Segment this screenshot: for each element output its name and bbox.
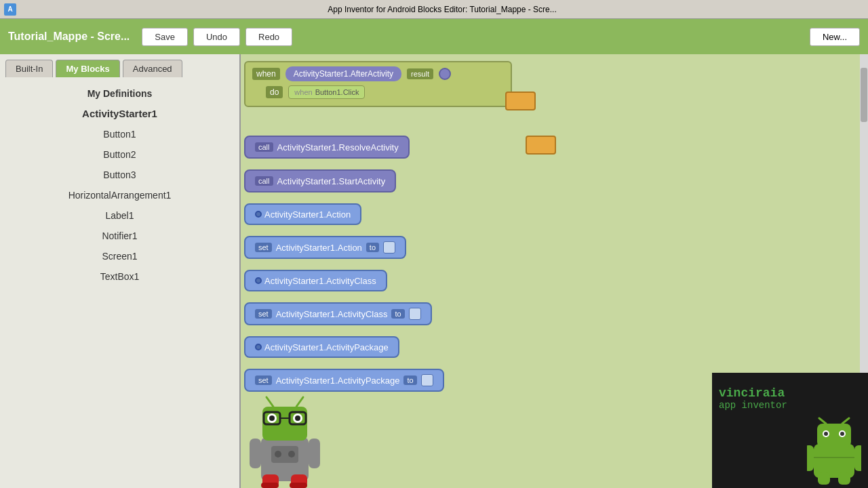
set-label-1: set	[255, 243, 272, 252]
do-label: do	[266, 86, 283, 98]
svg-rect-24	[250, 439, 261, 468]
get-activitypackage-name: ActivityStarter1.ActivityPackage	[264, 342, 389, 352]
get-activityclass-block[interactable]: ActivityStarter1.ActivityClass	[244, 270, 387, 291]
scrollbar-thumb[interactable]	[861, 68, 867, 122]
set-activityclass-name: ActivityStarter1.ActivityClass	[276, 309, 388, 319]
sidebar-item-label1[interactable]: Label1	[0, 205, 239, 226]
sidebar-item-textbox1[interactable]: TextBox1	[0, 266, 239, 287]
set-activitypackage-name: ActivityStarter1.ActivityPackage	[276, 375, 400, 386]
svg-rect-9	[854, 445, 861, 471]
logo-line1: vinciraia	[719, 386, 787, 400]
call-label-2: call	[255, 176, 273, 186]
logo-line2: app inventor	[719, 400, 787, 411]
svg-point-5	[840, 432, 844, 436]
to-label-2: to	[391, 309, 404, 319]
main-layout: Built-In My Blocks Advanced My Definitio…	[0, 54, 868, 488]
svg-point-31	[275, 451, 281, 458]
mini-button1-block: when Button1.Click	[288, 85, 365, 99]
sidebar-item-horizontalarrangement1[interactable]: HorizontalArrangement1	[0, 185, 239, 205]
sidebar-content: My Definitions ActivityStarter1 Button1 …	[0, 77, 239, 291]
save-button[interactable]: Save	[142, 28, 188, 46]
undo-button[interactable]: Undo	[193, 28, 240, 46]
call-resolve-block[interactable]: call ActivityStarter1.ResolveActivity	[244, 136, 410, 159]
sidebar-item-button2[interactable]: Button2	[0, 144, 239, 165]
svg-point-21	[295, 415, 300, 421]
orange-block-2	[526, 136, 556, 155]
svg-line-23	[296, 397, 303, 407]
when-after-block[interactable]: when ActivityStarter1.AfterActivity resu…	[244, 61, 512, 107]
sidebar-item-notifier1[interactable]: Notifier1	[0, 226, 239, 246]
robot-mascot	[241, 386, 329, 488]
sidebar-item-button1[interactable]: Button1	[0, 124, 239, 144]
svg-rect-25	[309, 439, 320, 468]
get-activityclass-name: ActivityStarter1.ActivityClass	[264, 276, 376, 286]
svg-rect-28	[261, 483, 279, 488]
tab-builtin[interactable]: Built-In	[5, 60, 53, 77]
to-label-3: to	[403, 375, 416, 385]
app-title: Tutorial_Mappe - Scre...	[8, 30, 130, 43]
svg-line-6	[819, 418, 826, 424]
svg-point-4	[824, 432, 828, 436]
tabs-container: Built-In My Blocks Advanced	[0, 54, 239, 77]
mini-button1click-label: Button1.Click	[315, 88, 359, 96]
logo-text-container: vinciraia app inventor	[719, 386, 787, 411]
svg-rect-10	[818, 472, 830, 485]
sidebar-item-activitystarter1[interactable]: ActivityStarter1	[0, 103, 239, 124]
logo-area: vinciraia app inventor	[712, 373, 868, 488]
toolbar: Tutorial_Mappe - Scre... Save Undo Redo …	[0, 19, 868, 54]
set-action-block[interactable]: set ActivityStarter1.Action to	[244, 236, 406, 259]
when-header: when ActivityStarter1.AfterActivity resu…	[252, 66, 504, 81]
call-resolve-name: ActivityStarter1.ResolveActivity	[277, 142, 399, 152]
get-action-block[interactable]: ActivityStarter1.Action	[244, 203, 361, 225]
when-label: when	[252, 68, 280, 80]
svg-rect-0	[814, 444, 854, 478]
redo-button[interactable]: Redo	[245, 28, 292, 46]
call-start-name: ActivityStarter1.StartActivity	[277, 176, 386, 186]
app-icon: A	[4, 3, 16, 16]
call-start-block[interactable]: call ActivityStarter1.StartActivity	[244, 169, 396, 192]
svg-point-20	[269, 415, 275, 421]
call-label-1: call	[255, 142, 273, 152]
canvas-area: when ActivityStarter1.AfterActivity resu…	[241, 54, 868, 488]
svg-line-7	[842, 418, 849, 424]
svg-rect-29	[290, 483, 307, 488]
sidebar: Built-In My Blocks Advanced My Definitio…	[0, 54, 241, 488]
set-label-2: set	[255, 309, 272, 319]
my-definitions-header: My Definitions	[0, 81, 239, 103]
set-action-name: ActivityStarter1.Action	[276, 243, 362, 253]
set-action-slot	[383, 241, 395, 253]
svg-line-22	[267, 397, 273, 407]
sidebar-item-button3[interactable]: Button3	[0, 165, 239, 185]
get-action-name: ActivityStarter1.Action	[264, 209, 351, 220]
set-activitypackage-slot	[421, 374, 433, 386]
set-activityclass-block[interactable]: set ActivityStarter1.ActivityClass to	[244, 302, 432, 325]
svg-point-32	[288, 451, 295, 458]
to-label-1: to	[366, 243, 379, 252]
tab-myblocks[interactable]: My Blocks	[56, 60, 119, 77]
sidebar-item-screen1[interactable]: Screen1	[0, 246, 239, 266]
get-connector-2	[255, 277, 262, 284]
connector-dot	[439, 68, 451, 80]
do-row: do when Button1.Click	[252, 85, 504, 99]
title-bar-text: App Inventor for Android Blocks Editor: …	[20, 5, 864, 14]
set-label-3: set	[255, 375, 272, 385]
svg-rect-1	[817, 424, 851, 447]
new-button[interactable]: New...	[810, 28, 860, 46]
get-activitypackage-block[interactable]: ActivityStarter1.ActivityPackage	[244, 336, 399, 358]
mascot-svg	[248, 393, 322, 488]
title-bar: A App Inventor for Android Blocks Editor…	[0, 0, 868, 19]
android-robot-big	[807, 417, 861, 485]
svg-rect-8	[807, 445, 814, 471]
get-connector-3	[255, 344, 262, 350]
svg-rect-11	[838, 472, 850, 485]
when-event-name: ActivityStarter1.AfterActivity	[285, 66, 401, 81]
get-connector	[255, 211, 262, 218]
orange-block-1	[505, 92, 536, 110]
mini-when-label: when	[294, 88, 312, 96]
set-activityclass-slot	[409, 308, 421, 320]
result-label: result	[407, 68, 433, 79]
tab-advanced[interactable]: Advanced	[123, 60, 182, 77]
